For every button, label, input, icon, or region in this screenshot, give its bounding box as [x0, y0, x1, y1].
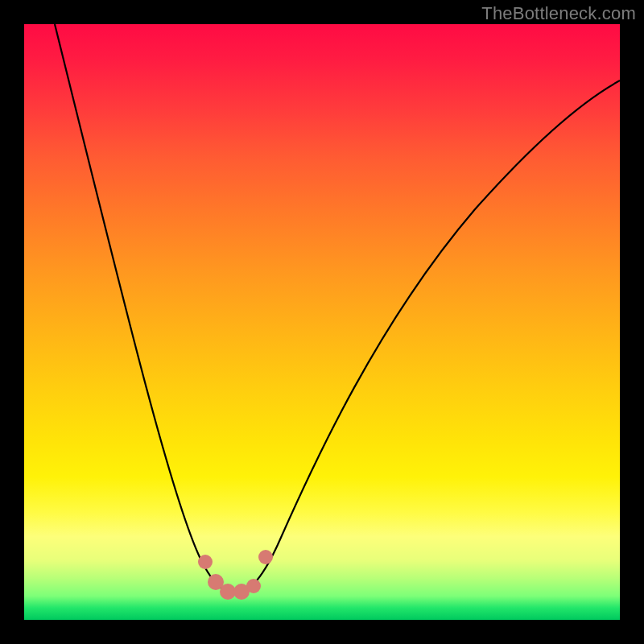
chart-plot-area — [24, 24, 620, 620]
chart-svg-layer — [24, 24, 620, 620]
curve-marker — [198, 555, 213, 569]
watermark-text: TheBottleneck.com — [481, 3, 636, 24]
curve-marker — [258, 550, 273, 564]
curve-marker — [246, 579, 261, 593]
bottleneck-curve — [55, 24, 620, 594]
